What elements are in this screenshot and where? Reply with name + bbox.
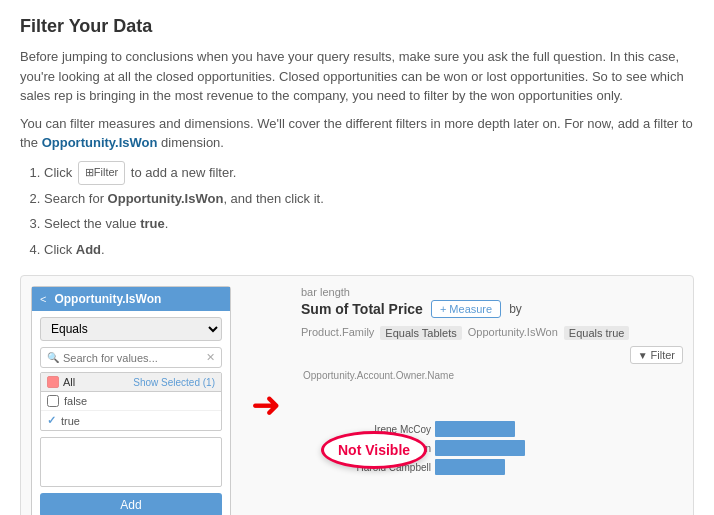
filter-panel-header: < Opportunity.IsWon — [32, 287, 230, 311]
filter-equals-select[interactable]: Equals — [40, 317, 222, 341]
by-label: by — [509, 302, 522, 316]
filter-search-box[interactable]: 🔍 ✕ — [40, 347, 222, 368]
filter-option-true[interactable]: ✓ true — [41, 411, 221, 430]
filter-button-chart[interactable]: ▼ Filter — [630, 346, 683, 364]
filter-option-all-label: All — [47, 376, 75, 388]
clear-icon[interactable]: ✕ — [206, 351, 215, 364]
step-1: Click ⊞ Filter to add a new filter. — [44, 161, 694, 185]
intro-paragraph-1: Before jumping to conclusions when you h… — [20, 47, 694, 106]
bar-irene — [435, 421, 515, 437]
bar-harold — [435, 459, 505, 475]
chart-title: Sum of Total Price — [301, 301, 423, 317]
filter-button-inline: ⊞ Filter — [78, 161, 125, 185]
not-visible-bubble: Not Visible — [321, 431, 427, 469]
chart-title-row: Sum of Total Price + Measure by — [301, 300, 683, 318]
step-2: Search for Opportunity.IsWon, and then c… — [44, 187, 694, 210]
step-4: Click Add. — [44, 238, 694, 261]
intro-paragraph-2: You can filter measures and dimensions. … — [20, 114, 694, 153]
filter-btn-label: Filter — [651, 349, 675, 361]
step-3: Select the value true. — [44, 212, 694, 235]
chart-area: Opportunity.Account.Owner.Name Not Visib… — [301, 370, 683, 475]
measure-button[interactable]: + Measure — [431, 300, 501, 318]
filter-panel-title: Opportunity.IsWon — [54, 292, 161, 306]
bar-evelyn — [435, 440, 525, 456]
true-checkmark: ✓ — [47, 414, 56, 427]
red-arrow-icon: ➜ — [251, 387, 281, 423]
false-label: false — [64, 395, 87, 407]
search-icon: 🔍 — [47, 352, 59, 363]
opportunity-iswon-tag: Equals true — [564, 326, 630, 340]
filter-back-button[interactable]: < — [40, 293, 46, 305]
filter-tags-row: Product.Family Equals Tablets Opportunit… — [301, 326, 683, 364]
filter-selected-box — [40, 437, 222, 487]
filter-panel-body: Equals 🔍 ✕ All Show Selected (1) false — [32, 311, 230, 515]
chart-panel: bar length Sum of Total Price + Measure … — [301, 286, 683, 515]
show-selected-link[interactable]: Show Selected (1) — [133, 377, 215, 388]
opportunity-col-label: Opportunity.Account.Owner.Name — [303, 370, 683, 381]
arrow-container: ➜ — [241, 286, 291, 515]
filter-panel: < Opportunity.IsWon Equals 🔍 ✕ All Show … — [31, 286, 231, 515]
add-button[interactable]: Add — [40, 493, 222, 515]
filter-funnel-icon: ▼ — [638, 350, 648, 361]
true-label: true — [61, 415, 80, 427]
filter-option-false[interactable]: false — [41, 392, 221, 411]
steps-list: Click ⊞ Filter to add a new filter. Sear… — [44, 161, 694, 262]
screenshot-container: < Opportunity.IsWon Equals 🔍 ✕ All Show … — [20, 275, 694, 515]
all-text: All — [63, 376, 75, 388]
all-checkbox[interactable] — [47, 376, 59, 388]
filter-icon-inline: ⊞ — [85, 163, 94, 183]
filter-options-list: All Show Selected (1) false ✓ true — [40, 372, 222, 431]
page-title: Filter Your Data — [20, 16, 694, 37]
false-checkbox[interactable] — [47, 395, 59, 407]
product-family-tag: Equals Tablets — [380, 326, 461, 340]
search-input[interactable] — [63, 352, 202, 364]
filter-option-all-header: All Show Selected (1) — [41, 373, 221, 392]
product-family-label: Product.Family — [301, 326, 374, 340]
bar-length-label: bar length — [301, 286, 683, 298]
opportunity-iswon-label: Opportunity.IsWon — [468, 326, 558, 340]
